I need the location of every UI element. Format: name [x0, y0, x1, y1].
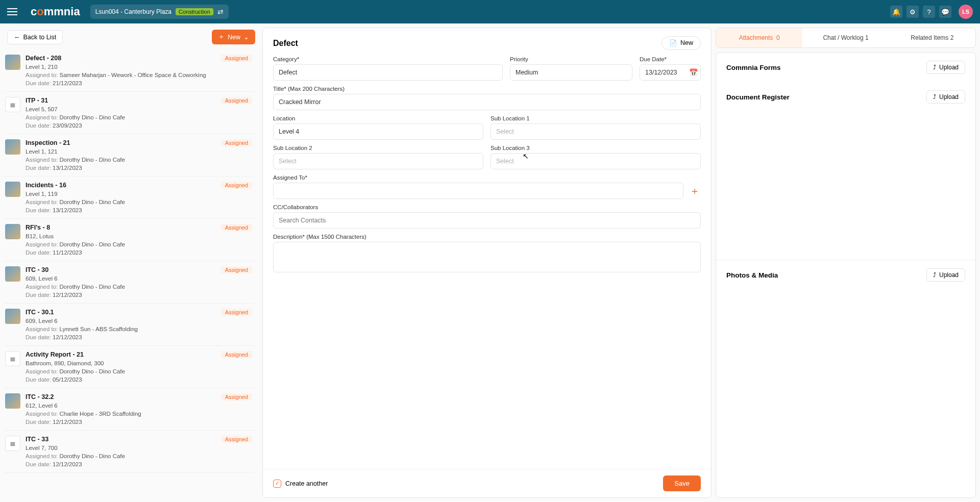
item-location: 612, Level 6: [26, 403, 252, 409]
item-title: Inspection - 21: [26, 139, 70, 146]
list-item[interactable]: ITC - 30Assigned609, Level 6Assigned to:…: [4, 261, 255, 304]
form-new-button[interactable]: 📄 New: [662, 36, 701, 50]
help-icon[interactable]: ?: [923, 6, 935, 18]
back-to-list-button[interactable]: ← Back to List: [7, 30, 63, 44]
priority-select[interactable]: Medium: [510, 64, 632, 81]
item-location: Level 7, 700: [26, 445, 252, 451]
forms-section-heading: Commnia Forms: [726, 64, 781, 71]
assigned-to-label: Assigned To*: [273, 174, 701, 181]
cc-input[interactable]: [273, 212, 701, 229]
calendar-icon[interactable]: 📅: [689, 68, 698, 77]
photo-thumbnail-icon: [5, 309, 20, 324]
gear-icon[interactable]: ⚙: [906, 6, 919, 18]
upload-icon: ⤴: [933, 64, 936, 71]
list-item[interactable]: Inspection - 21AssignedLevel 1, 121Assig…: [4, 134, 255, 177]
upload-media-button[interactable]: ⤴ Upload: [926, 268, 965, 282]
list-item[interactable]: Incidents - 16AssignedLevel 1, 119Assign…: [4, 177, 255, 219]
new-item-label: New: [228, 34, 240, 41]
item-assignee: Assigned to: Dorothy Dino - Dino Cafe: [26, 241, 252, 247]
due-date-label: Due Date*: [640, 56, 701, 62]
status-badge: Assigned: [221, 393, 252, 400]
title-input[interactable]: [273, 94, 701, 110]
sublocation2-select[interactable]: Select: [273, 153, 483, 169]
items-list[interactable]: Defect - 208AssignedLevel 1, 210Assigned…: [4, 49, 258, 498]
back-to-list-label: Back to List: [23, 34, 57, 41]
upload-docs-button[interactable]: ⤴ Upload: [926, 90, 965, 104]
assigned-to-input[interactable]: [273, 183, 683, 199]
document-thumbnail-icon: ≣: [5, 351, 20, 366]
new-item-button[interactable]: ＋ New ⌄: [212, 30, 255, 44]
item-title: ITC - 33: [26, 436, 48, 443]
media-section-heading: Photos & Media: [726, 271, 778, 279]
chat-icon[interactable]: 💬: [939, 6, 951, 18]
sublocation1-select[interactable]: Select: [491, 123, 701, 140]
item-due-date: Due date: 13/12/2023: [26, 207, 252, 213]
item-location: Level 1, 210: [26, 64, 252, 70]
user-avatar[interactable]: LS: [959, 5, 973, 19]
sublocation2-label: Sub Location 2: [273, 145, 483, 151]
create-another-label: Create another: [285, 480, 328, 487]
item-assignee: Assigned to: Dorothy Dino - Dino Cafe: [26, 199, 252, 205]
item-assignee: Assigned to: Dorothy Dino - Dino Cafe: [26, 284, 252, 290]
item-due-date: Due date: 12/12/2023: [26, 461, 252, 467]
list-item[interactable]: ≣ITP - 31AssignedLevel 5, 507Assigned to…: [4, 92, 255, 134]
list-item[interactable]: ITC - 32.2Assigned612, Level 6Assigned t…: [4, 388, 255, 431]
status-badge: Assigned: [221, 224, 252, 231]
item-title: RFI's - 8: [26, 224, 50, 231]
item-assignee: Assigned to: Dorothy Dino - Dino Cafe: [26, 114, 252, 120]
status-badge: Assigned: [221, 266, 252, 273]
title-label: Title* (Max 200 Characters): [273, 86, 701, 92]
cc-label: CC/Collaborators: [273, 204, 701, 210]
item-due-date: Due date: 05/12/2023: [26, 376, 252, 383]
list-item[interactable]: ITC - 30.1Assigned609, Level 6Assigned t…: [4, 304, 255, 346]
item-due-date: Due date: 11/12/2023: [26, 249, 252, 256]
item-title: ITC - 30.1: [26, 309, 54, 316]
status-badge: Assigned: [221, 436, 252, 443]
status-badge: Assigned: [221, 97, 252, 104]
item-due-date: Due date: 12/12/2023: [26, 292, 252, 298]
tab-chat-worklog[interactable]: Chat / Worklog 1: [802, 28, 889, 47]
project-selector[interactable]: Lsun004 - Canterbury Plaza Construction …: [90, 5, 229, 19]
list-item[interactable]: ≣ITC - 33AssignedLevel 7, 700Assigned to…: [4, 431, 255, 473]
item-title: ITC - 32.2: [26, 393, 54, 400]
save-button[interactable]: Save: [663, 475, 701, 491]
create-another-checkbox[interactable]: ✓ Create another: [273, 480, 328, 488]
item-location: Bathroom, 890, Diamond, 300: [26, 360, 252, 366]
list-item[interactable]: ≣Activity Report - 21AssignedBathroom, 8…: [4, 346, 255, 388]
sublocation1-label: Sub Location 1: [491, 115, 701, 121]
side-column: Attachments 0 Chat / Worklog 1 Related I…: [716, 28, 976, 498]
item-title: Incidents - 16: [26, 182, 66, 189]
category-select[interactable]: Defect: [273, 64, 503, 81]
add-assignee-icon[interactable]: ＋: [689, 184, 701, 198]
status-badge: Assigned: [221, 182, 252, 189]
hamburger-menu-icon[interactable]: [7, 6, 17, 17]
item-location: Level 5, 507: [26, 106, 252, 112]
bell-icon[interactable]: 🔔: [890, 6, 902, 18]
sublocation3-select[interactable]: Select: [491, 153, 701, 169]
list-item[interactable]: Defect - 208AssignedLevel 1, 210Assigned…: [4, 49, 255, 92]
item-assignee: Assigned to: Lynnett Sun - ABS Scaffoldi…: [26, 326, 252, 332]
item-location: 609, Level 6: [26, 275, 252, 282]
photo-thumbnail-icon: [5, 266, 20, 282]
description-textarea[interactable]: [273, 242, 701, 272]
list-item[interactable]: RFI's - 8AssignedB12, LotusAssigned to: …: [4, 219, 255, 261]
item-assignee: Assigned to: Sameer Maharjan - Wework - …: [26, 72, 252, 78]
brand-logo[interactable]: commnia: [31, 5, 80, 18]
topbar: commnia Lsun004 - Canterbury Plaza Const…: [0, 0, 980, 23]
location-label: Location: [273, 115, 483, 121]
tab-attachments[interactable]: Attachments 0: [716, 28, 802, 47]
item-assignee: Assigned to: Charlie Hope - 3RD Scaffold…: [26, 411, 252, 417]
location-select[interactable]: Level 4: [273, 123, 483, 140]
document-thumbnail-icon: ≣: [5, 97, 20, 112]
checkbox-icon: ✓: [273, 480, 281, 488]
upload-forms-button[interactable]: ⤴ Upload: [926, 61, 965, 74]
item-title: ITC - 30: [26, 266, 48, 273]
status-badge: Assigned: [221, 309, 252, 316]
status-badge: Assigned: [221, 139, 252, 146]
side-tabs: Attachments 0 Chat / Worklog 1 Related I…: [716, 28, 976, 48]
tab-related-items[interactable]: Related Items 2: [889, 28, 975, 47]
item-title: ITP - 31: [26, 97, 48, 104]
list-column: ← Back to List ＋ New ⌄ Defect - 208Assig…: [4, 28, 258, 498]
photo-thumbnail-icon: [5, 224, 20, 239]
form-heading: Defect: [273, 39, 298, 48]
